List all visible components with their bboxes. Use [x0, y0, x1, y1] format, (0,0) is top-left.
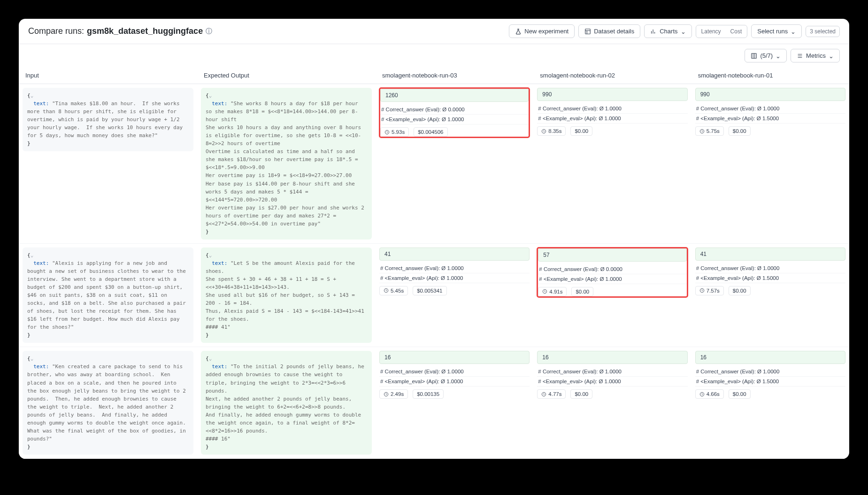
metric-row: # Correct_answer (Eval): Ø 1.0000: [537, 104, 687, 114]
metric-row: # Correct_answer (Eval): Ø 1.0000: [695, 367, 845, 377]
svg-rect-1: [752, 53, 757, 58]
cost-pill: $0.004506: [414, 127, 447, 137]
input-json: {⌄ text: "Ken created a care package to …: [23, 351, 193, 455]
metric-row: # <Example_eval> (Api): Ø 1.0000: [379, 377, 530, 387]
metric-row: # Correct_answer (Eval): Ø 1.0000: [379, 263, 530, 273]
latency-pill: 4.66s: [695, 389, 724, 399]
expected-cell: {⌄ text: "She works 8 hours a day for $1…: [197, 84, 376, 244]
chevron-down-icon: ⌄: [681, 28, 686, 35]
run-result-card[interactable]: 41# Correct_answer (Eval): Ø 1.0000# <Ex…: [695, 248, 845, 295]
compare-runs-frame: Compare runs: gsm8k_dataset_huggingface …: [19, 19, 849, 459]
charts-button[interactable]: Charts ⌄: [644, 24, 691, 38]
timing-row: 4.66s$0.00: [695, 389, 845, 399]
run-result-card[interactable]: 41# Correct_answer (Eval): Ø 1.0000# <Ex…: [379, 248, 530, 295]
run-output-value: 990: [537, 88, 687, 101]
cost-pill: $0.00: [729, 126, 751, 136]
run-result-card[interactable]: 16# Correct_answer (Eval): Ø 1.0000# <Ex…: [537, 351, 687, 399]
cost-pill: $0.00: [570, 389, 592, 399]
run-cell: 990# Correct_answer (Eval): Ø 1.0000# <E…: [533, 84, 691, 244]
subbar: (5/7) ⌄ Metrics ⌄: [19, 44, 849, 67]
dataset-name: gsm8k_dataset_huggingface: [87, 26, 203, 36]
clock-icon: [384, 392, 389, 397]
run-output-value: 57: [538, 248, 686, 262]
list-icon: [797, 53, 803, 59]
metric-row: # Correct_answer (Eval): Ø 1.0000: [537, 367, 687, 377]
cost-pill: $0.00135: [413, 389, 444, 399]
columns-icon: [751, 53, 757, 59]
run-output-value: 16: [537, 351, 687, 364]
clock-icon: [542, 289, 547, 294]
latency-pill: 5.45s: [379, 286, 408, 295]
run-cell: 16# Correct_answer (Eval): Ø 1.0000# <Ex…: [533, 347, 691, 459]
latency-pill: 4.91s: [538, 287, 567, 296]
metric-row: # <Example_eval> (Api): Ø 1.0000: [537, 114, 687, 124]
metrics-button[interactable]: Metrics ⌄: [791, 49, 840, 62]
timing-row: 7.57s$0.00: [695, 286, 845, 295]
run-cell: 16# Correct_answer (Eval): Ø 1.0000# <Ex…: [376, 347, 533, 459]
cost-pill: $0.00: [729, 286, 751, 295]
input-cell: {⌄ text: "Alexis is applying for a new j…: [19, 244, 197, 348]
run-output-value: 1260: [380, 89, 529, 102]
expected-cell: {⌄ text: "Let S be the amount Alexis pai…: [197, 244, 376, 348]
clock-icon: [384, 288, 389, 293]
run-output-value: 41: [379, 248, 530, 261]
chevron-down-icon: ⌄: [791, 28, 796, 35]
run-output-value: 16: [379, 351, 530, 364]
input-cell: {⌄ text: "Ken created a care package to …: [19, 347, 197, 459]
chevron-down-icon: ⌄: [776, 53, 781, 60]
columns-button[interactable]: (5/7) ⌄: [745, 49, 787, 62]
run-cell: 990# Correct_answer (Eval): Ø 1.0000# <E…: [691, 84, 849, 244]
clock-icon: [699, 288, 705, 293]
dataset-details-button[interactable]: Dataset details: [578, 24, 640, 38]
metric-row: # Correct_answer (Eval): Ø 1.0000: [695, 263, 845, 273]
run-result-card[interactable]: 57# Correct_answer (Eval): Ø 0.0000# <Ex…: [537, 248, 687, 297]
run-result-card[interactable]: 16# Correct_answer (Eval): Ø 1.0000# <Ex…: [379, 351, 530, 399]
metric-row: # Correct_answer (Eval): Ø 0.0000: [380, 105, 529, 115]
page-title: Compare runs: gsm8k_dataset_huggingface …: [28, 26, 212, 36]
latency-pill: 2.49s: [379, 389, 408, 399]
title-prefix: Compare runs:: [28, 26, 84, 36]
run-result-card[interactable]: 16# Correct_answer (Eval): Ø 1.0000# <Ex…: [695, 351, 845, 399]
run-cell: 16# Correct_answer (Eval): Ø 1.0000# <Ex…: [691, 347, 849, 459]
svg-rect-0: [585, 29, 591, 34]
timing-row: 5.45s$0.005341: [379, 286, 530, 295]
clock-icon: [699, 129, 705, 134]
timing-row: 4.77s$0.00: [537, 389, 687, 399]
toolbar: New experiment Dataset details Charts ⌄ …: [509, 24, 840, 38]
timing-row: 5.75s$0.00: [695, 126, 845, 136]
run-output-value: 990: [695, 88, 845, 101]
topbar: Compare runs: gsm8k_dataset_huggingface …: [19, 19, 849, 44]
metric-row: # <Example_eval> (Api): Ø 1.5000: [695, 377, 845, 387]
comparison-grid: InputExpected Outputsmolagent-notebook-r…: [19, 67, 849, 459]
column-header: Expected Output: [197, 67, 376, 84]
input-cell: {⌄ text: "Tina makes $18.00 an hour. If …: [19, 84, 197, 244]
run-result-card[interactable]: 990# Correct_answer (Eval): Ø 1.0000# <E…: [695, 88, 845, 136]
selected-count: 3 selected: [806, 26, 840, 37]
metric-row: # Correct_answer (Eval): Ø 0.0000: [538, 264, 686, 274]
clock-icon: [541, 129, 546, 134]
metric-row: # Correct_answer (Eval): Ø 1.0000: [379, 367, 530, 377]
run-result-card[interactable]: 1260# Correct_answer (Eval): Ø 0.0000# <…: [379, 88, 530, 138]
timing-row: 2.49s$0.00135: [379, 389, 530, 399]
new-experiment-button[interactable]: New experiment: [509, 24, 575, 38]
timing-row: 8.35s$0.00: [537, 126, 687, 136]
cost-pill[interactable]: Cost: [727, 27, 746, 36]
info-icon[interactable]: ⓘ: [206, 27, 212, 36]
run-column-header: smolagent-notebook-run-02: [533, 67, 691, 84]
latency-pill[interactable]: Latency: [698, 27, 725, 36]
flask-icon: [515, 28, 522, 35]
chart-icon: [650, 28, 657, 35]
cost-pill: $0.00: [729, 389, 751, 399]
input-json: {⌄ text: "Alexis is applying for a new j…: [23, 248, 193, 343]
timing-row: 5.93s$0.004506: [380, 127, 529, 137]
run-result-card[interactable]: 990# Correct_answer (Eval): Ø 1.0000# <E…: [537, 88, 687, 136]
expected-cell: {⌄ text: "To the initial 2 pounds of jel…: [197, 347, 376, 459]
clock-icon: [541, 392, 546, 397]
select-runs-button[interactable]: Select runs ⌄: [751, 24, 802, 38]
run-cell: 57# Correct_answer (Eval): Ø 0.0000# <Ex…: [533, 244, 691, 348]
run-column-header: smolagent-notebook-run-03: [376, 67, 533, 84]
expected-output-json: {⌄ text: "She works 8 hours a day for $1…: [201, 88, 372, 240]
column-header: Input: [19, 67, 197, 84]
metric-row: # Correct_answer (Eval): Ø 1.0000: [695, 104, 845, 114]
metric-row: # <Example_eval> (Api): Ø 1.5000: [695, 114, 845, 124]
